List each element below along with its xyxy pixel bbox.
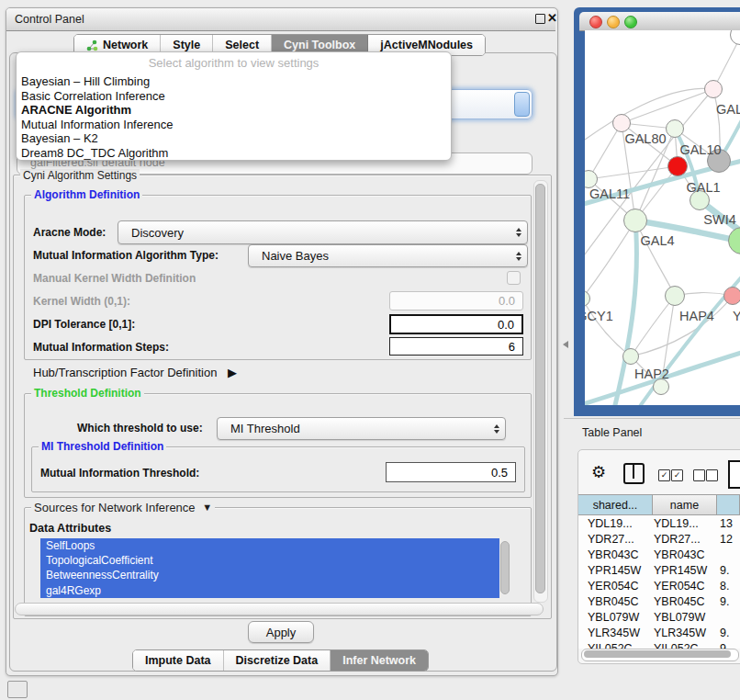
node-hap2[interactable]	[622, 348, 639, 365]
mi-algorithm-type-combo[interactable]: Naive Bayes	[248, 244, 528, 267]
node[interactable]	[704, 80, 723, 98]
table-cell[interactable]: YLR345W	[588, 627, 640, 639]
unchecked-checkbox-icon[interactable]	[693, 469, 705, 481]
table-cell[interactable]: YDR27...	[588, 533, 634, 546]
list-item[interactable]: SelfLoops	[40, 538, 499, 553]
combo-stepper-icon	[510, 228, 527, 237]
table-cell[interactable]: YPR145W	[654, 564, 707, 577]
table-cell[interactable]: 9.	[720, 564, 729, 577]
document-icon[interactable]	[728, 460, 740, 489]
table-cell[interactable]: 8.	[720, 580, 729, 593]
dpi-tolerance-field[interactable]: 0.0	[389, 314, 523, 334]
table-cell[interactable]: YBR043C	[588, 548, 639, 561]
split-columns-icon[interactable]	[623, 463, 645, 484]
table-cell[interactable]: YLR345W	[654, 627, 706, 639]
mac-close-button[interactable]	[589, 16, 602, 28]
settings-vscrollbar-thumb[interactable]	[535, 184, 545, 593]
threshold-definition-title: Threshold Definition	[31, 387, 144, 400]
node[interactable]	[723, 287, 740, 305]
node-gal4[interactable]	[623, 209, 647, 232]
node-hap4[interactable]	[665, 286, 685, 306]
node-gal80[interactable]	[612, 114, 631, 132]
table-cell[interactable]: YDL19...	[588, 517, 633, 530]
list-item[interactable]: TopologicalCoefficient	[40, 553, 499, 568]
manual-kernel-width-label: Manual Kernel Width Definition	[33, 272, 196, 285]
control-panel-title: Control Panel	[15, 13, 84, 26]
table-cell[interactable]: YBR045C	[654, 595, 705, 608]
node-gal1[interactable]	[667, 156, 688, 176]
node-label-hap2: HAP2	[634, 367, 669, 381]
dropdown-item[interactable]: Bayesian – K2	[21, 131, 446, 146]
table-cell[interactable]: 13	[720, 517, 733, 530]
settings-hscrollbar[interactable]	[15, 603, 544, 615]
table-cell[interactable]: YBR043C	[654, 548, 705, 561]
table-cell[interactable]: 9.	[720, 627, 729, 639]
dropdown-item[interactable]: Basic Correlation Inference	[21, 89, 446, 104]
table-hscrollbar-thumb[interactable]	[584, 650, 731, 658]
table-cell[interactable]: YDR27...	[654, 533, 701, 546]
kernel-width-field[interactable]: 0.0	[389, 291, 523, 310]
checked-checkbox-icon[interactable]: ✓	[658, 469, 670, 481]
hub-definition-toggle[interactable]: Hub/Transcription Factor Definition ▶	[33, 366, 237, 379]
unchecked-checkbox-icon[interactable]	[706, 469, 718, 481]
table-cell[interactable]: YER054C	[588, 580, 639, 593]
collapsed-panel-button[interactable]	[7, 681, 28, 698]
column-header-clipped[interactable]	[717, 494, 740, 515]
which-threshold-label: Which threshold to use:	[77, 422, 203, 435]
data-attributes-label: Data Attributes	[29, 522, 111, 535]
table-panel-divider	[564, 418, 740, 419]
node-label: GAL	[716, 102, 740, 117]
node-label-gcy1: GCY1	[585, 309, 613, 323]
column-header-shared[interactable]: shared...	[578, 494, 653, 515]
checked-checkbox-icon[interactable]: ✓	[671, 469, 683, 481]
table-cell[interactable]: 12	[720, 533, 733, 546]
tab-infer-network[interactable]: Infer Network	[331, 650, 428, 671]
list-item[interactable]: BetweennessCentrality	[40, 568, 499, 582]
table-cell[interactable]: YDL19...	[654, 517, 699, 530]
attributes-vscrollbar-thumb[interactable]	[500, 541, 510, 594]
table-cell[interactable]: YPR145W	[588, 564, 641, 577]
mac-zoom-button[interactable]	[624, 16, 637, 28]
apply-button[interactable]: Apply	[248, 621, 314, 643]
table-body[interactable]: YDL19... YDL19... 13 YDR27... YDR27... 1…	[578, 515, 740, 649]
node-gal10[interactable]	[666, 119, 684, 138]
dropdown-item[interactable]: Mutual Information Inference	[21, 118, 446, 132]
table-cell[interactable]: YIL052C	[588, 642, 633, 649]
data-attributes-list[interactable]: SelfLoops TopologicalCoefficient Between…	[40, 538, 499, 598]
mi-steps-field[interactable]: 6	[389, 337, 523, 356]
dropdown-item[interactable]: Bayesian – Hill Climbing	[21, 74, 446, 89]
table-cell[interactable]: YBL079W	[588, 611, 639, 624]
node-label-gal80: GAL80	[624, 131, 666, 146]
list-item[interactable]: gal4RGexp	[40, 583, 499, 598]
dropdown-item-highlighted[interactable]: ARACNE Algorithm	[21, 103, 446, 118]
manual-kernel-width-checkbox[interactable]	[507, 271, 521, 285]
close-icon[interactable]: ✕	[547, 11, 557, 25]
which-threshold-value: MI Threshold	[218, 422, 488, 435]
table-cell[interactable]: 9.	[720, 642, 729, 649]
tab-impute-data[interactable]: Impute Data	[133, 650, 224, 671]
network-icon	[86, 40, 98, 51]
panel-splitter-handle[interactable]	[563, 341, 568, 348]
tab-discretize-data[interactable]: Discretize Data	[224, 650, 331, 671]
aracne-mode-combo[interactable]: Discovery	[118, 220, 528, 244]
float-window-icon[interactable]	[535, 14, 545, 24]
table-cell[interactable]: YIL052C	[654, 642, 699, 649]
control-panel-titlebar[interactable]	[6, 8, 555, 31]
dpi-tolerance-label: DPI Tolerance [0,1]:	[33, 318, 135, 331]
which-threshold-combo[interactable]: MI Threshold	[217, 417, 506, 440]
table-cell[interactable]: YBL079W	[654, 611, 705, 624]
network-canvas[interactable]: GAL GAL80 GAL10 GAL1 GAL11 SWI4 GAL4 GCY…	[585, 30, 740, 405]
mac-minimize-button[interactable]	[607, 16, 620, 28]
dropdown-item[interactable]: Dream8 DC_TDC Algorithm	[21, 146, 446, 161]
cyni-algorithm-settings-title: Cyni Algorithm Settings	[20, 169, 140, 182]
algorithm-combo-stepper[interactable]	[514, 92, 530, 117]
mi-threshold-field[interactable]: 0.5	[386, 462, 516, 482]
gear-icon[interactable]: ⚙	[591, 462, 606, 482]
sources-title[interactable]: Sources for Network Inference ▼	[31, 501, 215, 514]
network-window-titlebar[interactable]	[579, 12, 740, 31]
table-cell[interactable]: YBR045C	[588, 595, 639, 608]
screen: Control Panel ✕ Network Style Select Cyn…	[0, 0, 740, 700]
column-header-name[interactable]: name	[653, 494, 717, 515]
table-cell[interactable]: 9.	[720, 595, 729, 608]
table-cell[interactable]: YER054C	[654, 580, 705, 593]
